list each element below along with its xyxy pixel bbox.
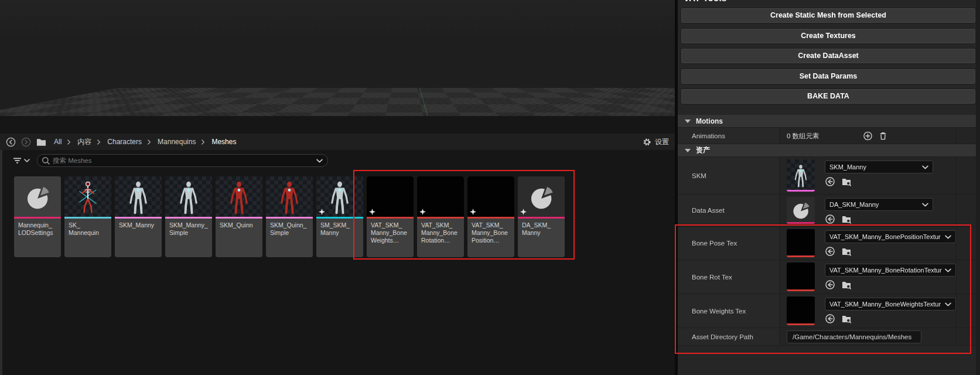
asset-picker-dropdown[interactable]: DA_SKM_Manny: [825, 198, 933, 211]
asset-tile-label: DA_SKM_ Manny: [518, 219, 565, 237]
breadcrumb-item[interactable]: Mannequins: [158, 138, 196, 146]
forward-icon[interactable]: [21, 137, 31, 147]
asset-picker-dropdown[interactable]: VAT_SKM_Manny_BoneRotationTextur: [825, 264, 956, 277]
asset-tile-label: SKM_Manny: [115, 219, 162, 229]
asset-thumbnail: [14, 176, 61, 219]
asset-tile-label: SKM_Quinn: [216, 219, 262, 229]
asset-tile[interactable]: SKM_Manny_ Simple: [165, 176, 212, 257]
browse-to-asset-icon[interactable]: [841, 214, 852, 224]
use-selected-icon[interactable]: [825, 246, 835, 257]
asset-picker-value: VAT_SKM_Manny_BonePositionTextur: [829, 233, 942, 240]
asset-tile-label: VAT_SKM_ Manny_Bone Position…: [467, 219, 514, 244]
asset-icon: [791, 200, 811, 220]
folder-icon[interactable]: [36, 137, 46, 147]
breadcrumb-item[interactable]: 内容: [77, 137, 91, 147]
browse-to-asset-icon[interactable]: [841, 176, 852, 187]
property-thumbnail[interactable]: [787, 296, 815, 325]
use-selected-icon[interactable]: [825, 176, 835, 187]
asset-directory-path-input[interactable]: [787, 330, 921, 343]
breadcrumb-item[interactable]: Characters: [107, 138, 142, 146]
asset-tile[interactable]: DA_SKM_ Manny: [518, 176, 565, 257]
chevron-down-icon: [945, 268, 951, 272]
asset-tile[interactable]: SKM_Quinn_ Simple: [266, 176, 313, 257]
property-label: Bone Rot Tex: [692, 274, 732, 281]
property-thumbnail[interactable]: [787, 159, 815, 192]
asset-directory-path-row: Asset Directory Path: [678, 328, 976, 346]
asset-tile[interactable]: SM_SKM_ Manny: [316, 176, 363, 257]
asset-icon: [125, 180, 151, 214]
asset-thumbnail: [467, 176, 514, 219]
asset-picker-dropdown[interactable]: VAT_SKM_Manny_BonePositionTextur: [825, 230, 956, 243]
search-icon: [42, 156, 50, 165]
asset-tile[interactable]: SKM_Manny: [115, 176, 162, 257]
content-browser: All内容CharactersMannequinsMeshes 设置: [0, 116, 675, 375]
property-thumbnail[interactable]: [787, 229, 815, 257]
trash-icon[interactable]: [878, 131, 888, 141]
add-element-icon[interactable]: [863, 131, 873, 141]
asset-tile[interactable]: Mannequin_ LODSettings: [14, 176, 61, 257]
use-selected-icon[interactable]: [825, 279, 835, 290]
breadcrumb-item[interactable]: All: [54, 138, 62, 146]
asset-quick-actions: [825, 246, 852, 257]
asset-type-underline: [64, 217, 111, 219]
settings-button[interactable]: 设置: [643, 137, 669, 147]
vat-action-button[interactable]: Create Textures: [681, 28, 976, 44]
asset-thumbnail: [266, 176, 313, 219]
chevron-down-icon: [922, 203, 928, 207]
asset-tile[interactable]: SK_ Mannequin: [64, 176, 111, 257]
use-selected-icon[interactable]: [825, 214, 835, 224]
sources-panel-splitter[interactable]: [0, 150, 2, 375]
asset-tile[interactable]: VAT_SKM_ Manny_Bone Weights…: [367, 176, 414, 257]
asset-property-row: Bone Pose Tex VAT_SKM_Manny_BonePosition…: [678, 227, 976, 260]
motions-section-header[interactable]: Motions: [678, 115, 976, 128]
browse-to-asset-icon[interactable]: [841, 246, 852, 257]
asset-tile[interactable]: VAT_SKM_ Manny_Bone Rotation…: [417, 176, 464, 257]
chevron-down-icon: [945, 302, 951, 306]
asset-icon: [276, 180, 302, 214]
browse-to-asset-icon[interactable]: [841, 313, 852, 324]
browse-to-asset-icon[interactable]: [841, 279, 852, 290]
search-options-chevron-icon[interactable]: [316, 159, 323, 163]
asset-tile-label: SM_SKM_ Manny: [316, 219, 363, 237]
asset-icon: [327, 180, 353, 214]
property-label: Data Asset: [692, 207, 725, 214]
viewport-depth-haze: [0, 0, 675, 116]
asset-type-underline: [787, 289, 815, 291]
asset-thumbnail: [64, 176, 111, 219]
vat-action-button[interactable]: Create Static Mesh from Selected: [681, 8, 976, 23]
asset-picker-dropdown[interactable]: VAT_SKM_Manny_BoneWeightsTextur: [825, 298, 956, 311]
filter-icon: [13, 157, 22, 164]
asset-picker-dropdown[interactable]: SKM_Manny: [825, 161, 933, 173]
scrollbar-track[interactable]: [976, 0, 980, 375]
use-selected-icon[interactable]: [825, 313, 835, 324]
vat-action-button[interactable]: BAKE DATA: [681, 88, 976, 104]
asset-tile[interactable]: SKM_Quinn: [216, 176, 262, 257]
asset-picker-value: DA_SKM_Manny: [829, 201, 919, 208]
vat-action-button[interactable]: Create DataAsset: [681, 48, 976, 64]
breadcrumb: All内容CharactersMannequinsMeshes: [54, 137, 236, 147]
expand-triangle-icon: [685, 120, 691, 123]
asset-type-underline: [216, 217, 262, 219]
asset-icon: [792, 164, 810, 188]
asset-icon: [528, 184, 555, 211]
asset-tile[interactable]: VAT_SKM_ Manny_Bone Position…: [467, 176, 514, 257]
3d-viewport[interactable]: [0, 0, 675, 116]
property-thumbnail[interactable]: [787, 197, 815, 224]
asset-picker-value: SKM_Manny: [829, 163, 919, 171]
asset-picker-value: VAT_SKM_Manny_BoneRotationTextur: [829, 267, 942, 274]
search-input[interactable]: 搜索 Meshes: [37, 154, 328, 167]
asset-type-underline: [417, 217, 464, 219]
asset-quick-actions: [825, 313, 852, 324]
vat-action-button[interactable]: Set Data Params: [681, 69, 976, 84]
asset-thumbnail: [165, 176, 212, 219]
asset-picker-value: VAT_SKM_Manny_BoneWeightsTextur: [829, 301, 942, 308]
expand-triangle-icon: [685, 149, 691, 152]
breadcrumb-item[interactable]: Meshes: [211, 138, 236, 146]
filter-button[interactable]: [13, 157, 30, 164]
assets-section-header[interactable]: 资产: [678, 144, 976, 157]
back-icon[interactable]: [6, 137, 16, 147]
property-area: Motions Animations 0 数组元素 资产: [678, 115, 976, 346]
property-thumbnail[interactable]: [787, 262, 815, 291]
panel-title: VAT Tools: [678, 0, 980, 4]
animations-array-count: 0 数组元素: [787, 131, 819, 140]
